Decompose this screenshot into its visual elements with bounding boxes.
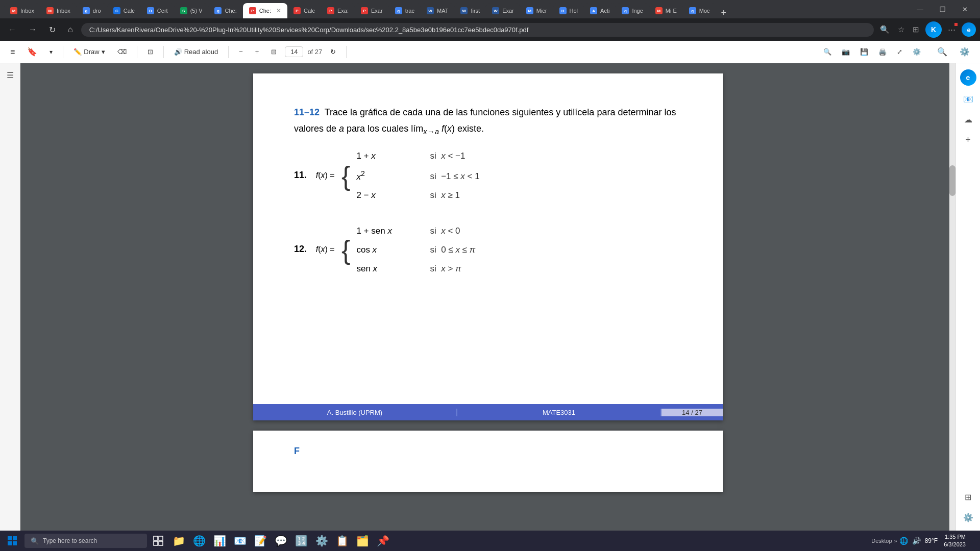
- extensions-button[interactable]: ⋯: [946, 23, 958, 36]
- windows-logo-icon: [7, 536, 17, 546]
- taskbar-teams[interactable]: 💬: [272, 532, 290, 550]
- tab-5[interactable]: D Cert: [141, 3, 174, 18]
- edge-sidebar-toggle[interactable]: ⚙️: [955, 45, 974, 59]
- tab-20[interactable]: M Mi E: [649, 3, 683, 18]
- taskbar-word[interactable]: 📝: [251, 532, 270, 550]
- rotate-button[interactable]: ↻: [326, 46, 340, 58]
- problem-11-func-label: f: [316, 171, 318, 180]
- tab-3[interactable]: g dro: [77, 3, 107, 18]
- draw-button[interactable]: ✏️ Draw ▾: [69, 46, 109, 58]
- page-number-input[interactable]: [285, 46, 303, 57]
- taskbar-app-2[interactable]: 📌: [374, 532, 392, 550]
- problem-12-piecewise: { 1 + sen x si x < 0 cos x si 0 ≤ x ≤ π: [341, 223, 475, 277]
- tab-10[interactable]: P Exa:: [321, 3, 355, 18]
- more-tools-button[interactable]: ⚙️: [909, 46, 925, 58]
- taskbar-task-view[interactable]: [149, 532, 167, 550]
- zoom-fit-button[interactable]: ⊟: [267, 46, 281, 58]
- taskbar-chevron[interactable]: »: [894, 538, 897, 544]
- pdf-toolbar: ≡ 🔖 ▾ ✏️ Draw ▾ ⌫ ⊡ 🔊 Read aloud − + ⊟ o…: [0, 41, 980, 63]
- tab-4[interactable]: C Calc: [107, 3, 141, 18]
- new-tab-button[interactable]: +: [718, 8, 730, 18]
- collections-button[interactable]: ⊞: [911, 23, 921, 36]
- zoom-decrease-button[interactable]: −: [235, 46, 247, 58]
- svg-rect-0: [8, 536, 12, 540]
- network-icon[interactable]: 🌐: [899, 537, 908, 545]
- minimize-button[interactable]: —: [909, 0, 932, 18]
- print-button[interactable]: 🖨️: [874, 46, 891, 58]
- address-input[interactable]: [81, 23, 874, 37]
- sidebar-menu-button[interactable]: ☰: [4, 67, 17, 83]
- tab-label-13: MAT: [437, 8, 448, 14]
- tab-favicon-8: P: [249, 7, 256, 14]
- zoom-increase-button[interactable]: +: [251, 46, 263, 58]
- edge-panel-add[interactable]: +: [959, 131, 977, 149]
- taskbar-edge[interactable]: 🌐: [190, 532, 208, 550]
- fullscreen-button[interactable]: ⤢: [893, 46, 906, 58]
- scrollbar-thumb[interactable]: [949, 165, 955, 196]
- tab-21[interactable]: g Moc: [683, 3, 716, 18]
- desktop-label[interactable]: Desktop: [871, 538, 892, 544]
- taskbar-calculator[interactable]: 🔢: [292, 532, 310, 550]
- back-button[interactable]: ←: [4, 23, 20, 36]
- taskbar-excel[interactable]: 📊: [210, 532, 229, 550]
- save-button[interactable]: 💾: [856, 46, 872, 58]
- tab-11[interactable]: P Exar: [355, 3, 389, 18]
- annotation-button[interactable]: ≡: [6, 45, 19, 59]
- tab-12[interactable]: g trac: [389, 3, 421, 18]
- snapshot-button[interactable]: 📷: [838, 46, 854, 58]
- show-desktop-button[interactable]: [972, 531, 976, 551]
- edge-panel-button-1[interactable]: ☁: [959, 110, 977, 129]
- search-icon-button[interactable]: 🔍: [878, 23, 892, 36]
- edge-panel-outlook[interactable]: 📧: [959, 90, 977, 108]
- case-row-11-2: x2 si −1 ≤ x < 1: [356, 167, 479, 185]
- edge-sidebar-search[interactable]: 🔍: [933, 45, 951, 59]
- tab-2[interactable]: M Inbox: [40, 3, 77, 18]
- toolbar-sep-5: [346, 46, 347, 58]
- tab-close-8[interactable]: ✕: [276, 7, 281, 14]
- tab-label-18: Acti: [600, 8, 609, 14]
- refresh-button[interactable]: ↻: [45, 23, 60, 37]
- edge-panel-expand[interactable]: ⊞: [959, 488, 977, 506]
- eraser-button[interactable]: ⌫: [113, 46, 131, 58]
- edge-profile-button[interactable]: K: [925, 21, 942, 38]
- tab-6[interactable]: S (5) V: [174, 3, 209, 18]
- taskbar-app-1[interactable]: 🗂️: [353, 532, 372, 550]
- tab-19[interactable]: g Inge: [616, 3, 649, 18]
- tab-13[interactable]: W MAT: [421, 3, 454, 18]
- window-controls: — ❐ ✕: [909, 0, 976, 18]
- forward-button[interactable]: →: [24, 23, 41, 36]
- tab-1[interactable]: M Inbox: [4, 3, 40, 18]
- fit-page-button[interactable]: ⊡: [143, 46, 157, 58]
- read-aloud-button[interactable]: 🔊 Read aloud: [170, 46, 223, 58]
- case-expr-12-3: sen x: [356, 261, 418, 277]
- tab-15[interactable]: W Exar: [486, 3, 520, 18]
- maximize-button[interactable]: ❐: [932, 0, 954, 18]
- clock[interactable]: 1:35 PM 6/3/2023: [940, 533, 970, 549]
- tab-7[interactable]: g Che:: [208, 3, 242, 18]
- tab-18[interactable]: A Acti: [584, 3, 616, 18]
- tab-17[interactable]: H Hol: [553, 3, 584, 18]
- search-pdf-button[interactable]: 🔍: [819, 46, 836, 58]
- bookmark-dropdown[interactable]: ▾: [45, 46, 57, 58]
- home-button[interactable]: ⌂: [64, 23, 77, 36]
- taskbar-file-explorer[interactable]: 📁: [169, 532, 188, 550]
- edge-panel-settings[interactable]: ⚙️: [959, 508, 977, 527]
- tab-9[interactable]: P Calc: [287, 3, 321, 18]
- pdf-viewer[interactable]: 11–12 Trace la gráfica de cada una de la…: [20, 63, 955, 531]
- tab-14[interactable]: W first: [454, 3, 486, 18]
- scrollbar-track[interactable]: [949, 63, 955, 531]
- word-icon: 📝: [254, 535, 267, 547]
- taskbar-project[interactable]: 📋: [333, 532, 351, 550]
- taskbar-settings[interactable]: ⚙️: [312, 532, 331, 550]
- favorites-button[interactable]: ☆: [896, 23, 906, 36]
- taskbar-search[interactable]: 🔍 Type here to search: [24, 534, 147, 548]
- tab-16[interactable]: M Micr: [520, 3, 553, 18]
- tab-favicon-2: M: [46, 7, 54, 14]
- taskbar-outlook[interactable]: 📧: [231, 532, 249, 550]
- tab-label-9: Calc: [304, 8, 315, 14]
- volume-icon[interactable]: 🔊: [912, 537, 921, 545]
- start-button[interactable]: [0, 536, 24, 546]
- close-button[interactable]: ✕: [954, 0, 976, 18]
- bookmark-button[interactable]: 🔖: [23, 45, 41, 59]
- tab-8-active[interactable]: P Che: ✕: [243, 3, 287, 18]
